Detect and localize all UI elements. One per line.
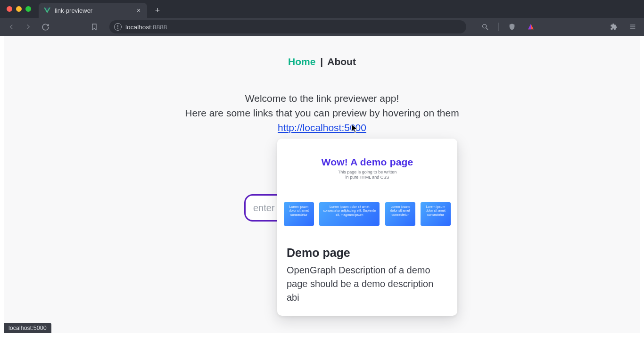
preview-hero-image: Wow! A demo page This page is going to b… [277,139,457,238]
svg-line-3 [486,28,488,30]
preview-hero-subtitle: This page is going to be written in pure… [338,170,397,181]
preview-hero-cards: Lorem ipsum dolor sit amet consectetur L… [284,202,451,226]
address-bar-url: localhost:8888 [125,24,167,31]
window-minimize-button[interactable] [16,6,22,12]
brave-rewards-icon[interactable] [525,21,537,33]
toolbar-right [479,21,638,33]
browser-toolbar: ! localhost:8888 [0,18,644,36]
hero-card: Lorem ipsum dolor sit amet consectetur [385,202,415,226]
preview-description: OpenGraph Description of a demo page sho… [287,263,448,304]
window-close-button[interactable] [7,6,12,12]
vue-favicon-icon [43,7,51,14]
nav-home-link[interactable]: Home [288,56,315,67]
menu-icon[interactable] [627,21,638,33]
zoom-icon[interactable] [479,21,491,33]
hero-card: Lorem ipsum dolor sit amet consectetur [284,202,314,226]
preview-hero-sub-1: This page is going to be written [338,170,397,174]
new-tab-button[interactable]: + [151,4,164,17]
status-bar: localhost:5000 [4,323,51,333]
intro-line-1: Welcome to the link previewer app! [4,91,640,106]
url-host: localhost [125,24,151,31]
tab-strip: link-previewer × + [0,0,644,18]
preview-title: Demo page [287,246,448,260]
tab-close-button[interactable]: × [135,7,142,14]
intro-line-2: Here are some links that you can preview… [4,106,640,120]
hero-card: Lorem ipsum dolor sit amet consectetur [421,202,451,226]
forward-button[interactable] [23,21,34,33]
back-button[interactable] [6,21,17,33]
preview-link-1[interactable]: http://localhost:5000 [278,121,366,135]
brave-shields-icon[interactable] [506,21,518,33]
browser-chrome: link-previewer × + ! localhost:8888 [0,0,644,36]
tab-title: link-previewer [55,7,131,14]
preview-body: Demo page OpenGraph Description of a dem… [277,238,457,316]
preview-hero-title: Wow! A demo page [322,156,413,168]
page-viewport: Home | About Welcome to the link preview… [4,36,640,333]
nav-separator: | [318,56,325,67]
site-info-icon[interactable]: ! [114,23,122,31]
address-bar[interactable]: ! localhost:8888 [109,20,466,33]
bookmark-button[interactable] [89,21,100,33]
hero-card: Lorem ipsum dolor sit amet consectetur a… [319,202,380,226]
site-nav: Home | About [4,55,640,69]
window-controls [4,0,35,18]
link-preview-card: Wow! A demo page This page is going to b… [277,139,457,316]
svg-point-2 [483,25,487,28]
url-port: :8888 [151,24,167,31]
browser-tab[interactable]: link-previewer × [39,3,147,18]
reload-button[interactable] [40,21,51,33]
toolbar-separator [498,23,499,31]
intro-text: Welcome to the link previewer app! Here … [4,91,640,120]
window-maximize-button[interactable] [25,6,31,12]
svg-marker-5 [528,24,531,29]
nav-about-link[interactable]: About [327,56,356,67]
preview-hero-sub-2: in pure HTML and CSS [346,175,389,180]
status-bar-text: localhost:5000 [8,325,47,331]
extensions-icon[interactable] [608,21,619,33]
